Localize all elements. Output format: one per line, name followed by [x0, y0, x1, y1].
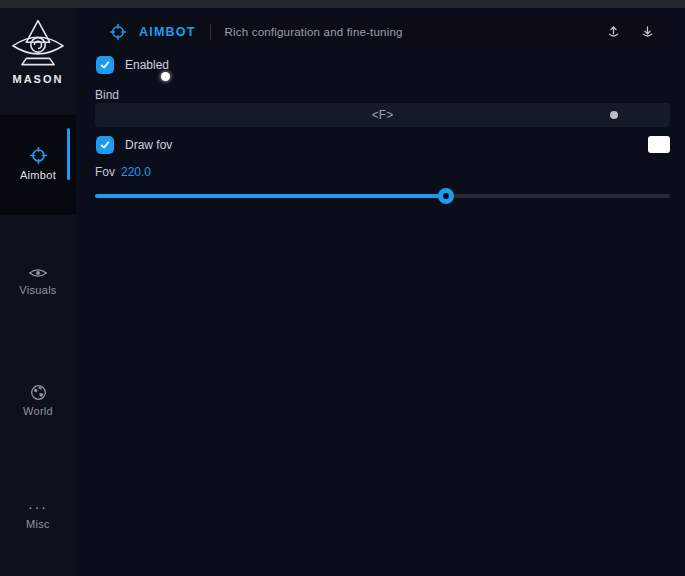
sidebar: MASON Aimbot Visuals World ··· Misc — [0, 8, 76, 576]
fov-slider-handle[interactable] — [438, 188, 454, 204]
fov-label-row: Fov 220.0 — [95, 165, 151, 179]
draw-fov-label: Draw fov — [125, 138, 172, 152]
enabled-checkbox[interactable] — [96, 56, 114, 74]
fov-label: Fov — [95, 165, 115, 179]
check-icon — [99, 139, 111, 151]
brand-logo: MASON — [0, 18, 76, 85]
sidebar-item-label: Aimbot — [0, 169, 76, 181]
globe-icon — [30, 384, 47, 401]
crosshair-icon — [29, 146, 48, 165]
fov-slider[interactable] — [95, 186, 670, 206]
bind-value: <F> — [372, 108, 393, 122]
app-window: MASON Aimbot Visuals World ··· Misc — [0, 0, 685, 576]
bind-indicator-dot — [610, 111, 618, 119]
fov-color-swatch[interactable] — [648, 136, 670, 153]
eye-icon — [28, 266, 48, 280]
ellipsis-icon: ··· — [0, 502, 76, 512]
panel-subtitle: Rich configuration and fine-tuning — [225, 26, 403, 38]
sidebar-item-visuals[interactable]: Visuals — [0, 266, 76, 296]
check-icon — [99, 59, 111, 71]
enabled-label: Enabled — [125, 58, 169, 72]
panel-header: AIMBOT Rich configuration and fine-tunin… — [95, 15, 670, 48]
draw-fov-row: Draw fov — [96, 136, 172, 154]
draw-fov-checkbox[interactable] — [96, 136, 114, 154]
upload-icon — [606, 24, 621, 39]
sidebar-item-label: Visuals — [0, 284, 76, 296]
enabled-row: Enabled — [96, 56, 169, 74]
fov-value: 220.0 — [121, 165, 151, 179]
crosshair-icon — [109, 23, 127, 41]
header-divider — [210, 24, 211, 40]
import-config-button[interactable] — [634, 20, 660, 44]
export-config-button[interactable] — [600, 20, 626, 44]
sidebar-item-label: World — [0, 405, 76, 417]
active-indicator — [67, 128, 70, 180]
mouse-cursor — [161, 72, 170, 81]
download-icon — [640, 24, 655, 39]
sidebar-item-world[interactable]: World — [0, 384, 76, 417]
sidebar-item-aimbot[interactable]: Aimbot — [0, 115, 76, 215]
fov-slider-fill — [95, 194, 446, 198]
mason-eye-pyramid-icon — [9, 18, 67, 70]
bind-input[interactable]: <F> — [95, 103, 670, 127]
panel-title: AIMBOT — [139, 25, 196, 39]
bind-label: Bind — [95, 88, 119, 102]
sidebar-item-misc[interactable]: ··· Misc — [0, 502, 76, 530]
sidebar-item-label: Misc — [0, 518, 76, 530]
main-panel: AIMBOT Rich configuration and fine-tunin… — [76, 8, 685, 576]
window-top-strip — [0, 0, 685, 8]
brand-name: MASON — [0, 73, 76, 85]
